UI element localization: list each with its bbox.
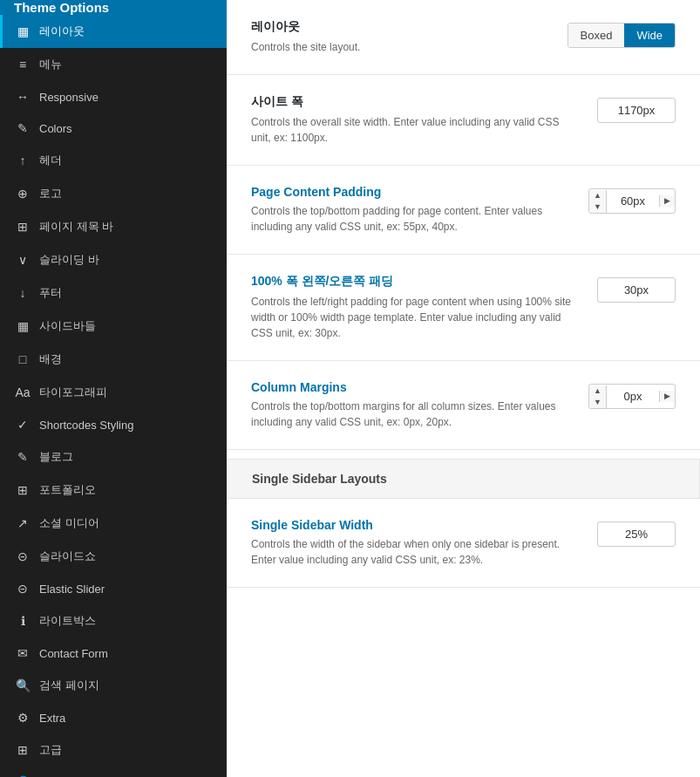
setting-desc-single-sidebar-width: Controls the width of the sidebar when o… (251, 536, 580, 568)
sidebar-item-portfolio[interactable]: ⊞ 포트폴리오 (0, 474, 227, 507)
sidebar-item-slideshow[interactable]: ⊝ 슬라이드쇼 (0, 540, 227, 573)
sidebar-icon-logo: ⊕ (15, 187, 31, 201)
spinner-val-column-margins: 0px (607, 385, 659, 408)
sidebar-item-layout[interactable]: ▦ 레이아웃 (0, 15, 227, 48)
sidebar-icon-contact-form: ✉ (15, 646, 31, 660)
sidebar-icon-sidebars: ▦ (15, 319, 31, 333)
spinner-arrows-left-page-content-padding: ▲ ▼ (589, 190, 607, 213)
spinner-up-page-content-padding[interactable]: ▲ (589, 190, 606, 201)
sidebar-item-bbpress[interactable]: 👤 bbPress & BuddyPress (0, 767, 227, 777)
setting-row-page-content-padding: Page Content Padding Controls the top/bo… (227, 166, 700, 255)
sidebar-item-slider[interactable]: ∨ 슬라이딩 바 (0, 243, 227, 276)
sidebar-icon-footer: ↓ (15, 286, 31, 300)
setting-row-single-sidebar-width: Single Sidebar Width Controls the width … (227, 499, 700, 588)
btn-group-layout-type: BoxedWide (567, 23, 676, 48)
sidebar-item-lightbox[interactable]: ℹ 라이트박스 (0, 604, 227, 637)
sidebar-label-footer: 푸터 (39, 285, 214, 301)
sidebar-label-search: 검색 페이지 (39, 678, 214, 693)
sidebar-icon-background: □ (15, 352, 31, 366)
sidebar-label-background: 배경 (39, 351, 214, 367)
spinner-right-column-margins[interactable]: ▶ (660, 391, 675, 402)
setting-info-single-sidebar-width: Single Sidebar Width Controls the width … (251, 518, 580, 568)
sidebar-icon-advanced: ⊞ (15, 743, 31, 757)
sidebar-icon-lightbox: ℹ (15, 614, 31, 628)
sidebar-label-layout: 레이아웃 (39, 24, 214, 39)
sidebar-label-lightbox: 라이트박스 (39, 613, 214, 629)
sidebar-label-extra: Extra (39, 712, 214, 725)
setting-row-column-margins: Column Margins Controls the top/bottom m… (227, 361, 700, 450)
control-column-margins: ▲ ▼ 0px ▶ (588, 384, 676, 409)
sidebar-icon-elastic-slider: ⊝ (15, 582, 31, 596)
sidebar-item-typography[interactable]: Aa 타이포그래피 (0, 376, 227, 409)
sidebar-icon-search: 🔍 (15, 678, 31, 692)
sidebar-item-page-title-bar[interactable]: ⊞ 페이지 제목 바 (0, 210, 227, 243)
sidebar-item-blog[interactable]: ✎ 블로그 (0, 440, 227, 474)
setting-row-site-width: 사이트 폭 Controls the overall site width. E… (227, 75, 700, 166)
control-page-content-padding: ▲ ▼ 60px ▶ (588, 188, 676, 214)
input-single-sidebar-width[interactable] (597, 521, 676, 547)
setting-info-layout-type: 레이아웃 Controls the site layout. (251, 19, 550, 55)
sidebar-icon-slider: ∨ (15, 253, 31, 267)
sidebar-label-header: 헤더 (39, 153, 214, 168)
sidebar: Theme Options ▦ 레이아웃 ≡ 메뉴 ↔ Responsive ✎… (0, 0, 227, 777)
setting-info-full-width-padding: 100% 폭 왼쪽/오른쪽 패딩 Controls the left/right… (251, 274, 580, 341)
sidebar-item-elastic-slider[interactable]: ⊝ Elastic Slider (0, 573, 227, 604)
spinner-column-margins: ▲ ▼ 0px ▶ (588, 384, 676, 409)
sidebar-item-advanced[interactable]: ⊞ 고급 (0, 733, 227, 767)
sidebar-label-typography: 타이포그래피 (39, 385, 214, 400)
setting-title-page-content-padding: Page Content Padding (251, 185, 571, 199)
sidebar-item-social[interactable]: ↗ 소셜 미디어 (0, 507, 227, 540)
sidebar-item-logo[interactable]: ⊕ 로고 (0, 177, 227, 210)
input-site-width[interactable] (597, 98, 676, 123)
sidebar-icon-blog: ✎ (15, 450, 31, 464)
spinner-down-page-content-padding[interactable]: ▼ (589, 201, 606, 213)
spinner-page-content-padding: ▲ ▼ 60px ▶ (588, 188, 676, 214)
sidebar-icon-extra: ⚙ (15, 711, 31, 725)
sidebar-icon-responsive: ↔ (15, 90, 31, 104)
sidebar-label-contact-form: Contact Form (39, 647, 214, 660)
sidebar-item-header[interactable]: ↑ 헤더 (0, 144, 227, 177)
btn-boxed[interactable]: Boxed (568, 24, 625, 47)
sidebar-icon-social: ↗ (15, 516, 31, 530)
sidebar-label-shortcodes: Shortcodes Styling (39, 419, 214, 432)
sidebar-item-shortcodes[interactable]: ✓ Shortcodes Styling (0, 409, 227, 440)
setting-row-layout-type: 레이아웃 Controls the site layout. BoxedWide (227, 0, 700, 75)
spinner-arrow-right-page-content-padding: ▶ (659, 195, 675, 207)
setting-title-full-width-padding: 100% 폭 왼쪽/오른쪽 패딩 (251, 274, 580, 290)
control-site-width (597, 98, 676, 123)
spinner-arrows-left-column-margins: ▲ ▼ (589, 385, 607, 408)
sidebar-item-background[interactable]: □ 배경 (0, 343, 227, 376)
sidebar-label-elastic-slider: Elastic Slider (39, 583, 214, 596)
sidebar-item-colors[interactable]: ✎ Colors (0, 112, 227, 144)
sidebar-label-logo: 로고 (39, 186, 214, 201)
setting-title-column-margins: Column Margins (251, 380, 571, 394)
sidebar-item-menu[interactable]: ≡ 메뉴 (0, 48, 227, 81)
spinner-val-page-content-padding: 60px (607, 189, 659, 213)
btn-wide[interactable]: Wide (624, 24, 675, 47)
input-full-width-padding[interactable] (597, 277, 676, 303)
spinner-up-column-margins[interactable]: ▲ (589, 385, 606, 397)
sidebar-item-footer[interactable]: ↓ 푸터 (0, 276, 227, 310)
sidebar-header: Theme Options (0, 0, 227, 15)
spinner-down-column-margins[interactable]: ▼ (589, 397, 606, 408)
spinner-right-page-content-padding[interactable]: ▶ (660, 195, 675, 207)
spinner-arrow-right-column-margins: ▶ (659, 391, 675, 402)
sidebar-item-responsive[interactable]: ↔ Responsive (0, 81, 227, 112)
sidebar-label-responsive: Responsive (39, 91, 214, 104)
setting-desc-column-margins: Controls the top/bottom margins for all … (251, 399, 571, 430)
setting-desc-full-width-padding: Controls the left/right padding for page… (251, 294, 580, 341)
sidebar-label-colors: Colors (39, 122, 214, 135)
sidebar-icon-colors: ✎ (15, 121, 31, 135)
sidebar-item-search[interactable]: 🔍 검색 페이지 (0, 669, 227, 702)
sidebar-icon-page-title-bar: ⊞ (15, 220, 31, 234)
setting-info-page-content-padding: Page Content Padding Controls the top/bo… (251, 185, 571, 235)
section-header-single-sidebar: Single Sidebar Layouts (227, 459, 700, 499)
sidebar-item-sidebars[interactable]: ▦ 사이드바들 (0, 310, 227, 343)
sidebar-item-extra[interactable]: ⚙ Extra (0, 702, 227, 733)
control-single-sidebar-width (597, 521, 676, 547)
sidebar-label-menu: 메뉴 (39, 57, 214, 72)
sidebar-label-page-title-bar: 페이지 제목 바 (39, 219, 214, 235)
sidebar-item-contact-form[interactable]: ✉ Contact Form (0, 637, 227, 669)
sidebar-label-blog: 블로그 (39, 449, 214, 465)
setting-row-full-width-padding: 100% 폭 왼쪽/오른쪽 패딩 Controls the left/right… (227, 255, 700, 361)
